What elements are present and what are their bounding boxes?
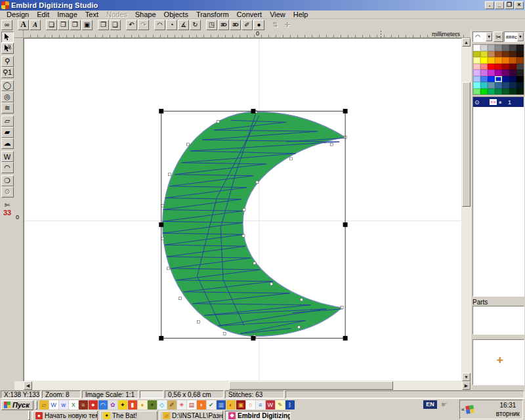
- quicklaunch-icon[interactable]: ✳: [177, 400, 186, 410]
- palette-color[interactable]: [495, 45, 502, 51]
- menu-help[interactable]: Help: [289, 10, 312, 18]
- palette-color[interactable]: [516, 57, 524, 64]
- quicklaunch-icon[interactable]: ▱: [39, 400, 49, 410]
- outline-node[interactable]: [197, 321, 200, 324]
- taskbar-window-button[interactable]: ▱D:\INSTALL\Разное\Embird: [159, 411, 223, 420]
- quicklaunch-icon[interactable]: ᛒ: [285, 400, 295, 410]
- palette-color[interactable]: [502, 76, 509, 83]
- palette-color[interactable]: [480, 76, 488, 83]
- chevron-down-icon[interactable]: ▼: [517, 32, 524, 41]
- gauge-icon[interactable]: ◔: [166, 20, 177, 30]
- quicklaunch-icon[interactable]: ✿: [108, 400, 117, 410]
- quicklaunch-icon[interactable]: ▤: [187, 400, 196, 410]
- selection-handle[interactable]: [343, 109, 348, 114]
- quicklaunch-icon[interactable]: ✦: [118, 400, 127, 410]
- palette-color[interactable]: [480, 70, 488, 76]
- curve-tool-icon[interactable]: ◠: [154, 20, 165, 30]
- restore-button[interactable]: ❐: [505, 1, 514, 9]
- scroll-down-button[interactable]: ▼: [462, 373, 471, 381]
- quicklaunch-icon[interactable]: ✎: [276, 400, 285, 410]
- palette-color[interactable]: [473, 70, 480, 76]
- fill-shape-tool[interactable]: ◯: [1, 80, 14, 91]
- palette-color[interactable]: [488, 57, 495, 64]
- palette-color[interactable]: [488, 51, 495, 58]
- palette-color[interactable]: [495, 89, 502, 95]
- outline-node[interactable]: [270, 283, 273, 285]
- outline-node[interactable]: [243, 209, 245, 211]
- palette-color[interactable]: [473, 45, 480, 51]
- close-button[interactable]: ×: [514, 1, 524, 9]
- menu-convert[interactable]: Convert: [233, 10, 266, 18]
- layer-list[interactable]: ⊙ ☾ ✕✕ ● 1: [472, 96, 524, 297]
- rotate-icon[interactable]: ↻: [190, 20, 201, 30]
- palette-color[interactable]: [516, 89, 524, 95]
- angle-icon[interactable]: ∡: [178, 20, 189, 30]
- palette-color[interactable]: [495, 57, 502, 64]
- selection-handle[interactable]: [343, 336, 348, 341]
- wand-icon[interactable]: ✐: [242, 20, 253, 30]
- hand-icon[interactable]: ☛: [441, 400, 448, 409]
- palette-color[interactable]: [488, 82, 495, 89]
- new-file-icon[interactable]: ❏: [46, 20, 57, 30]
- palette-color[interactable]: [509, 64, 516, 70]
- palette-color[interactable]: [473, 89, 480, 95]
- quicklaunch-icon[interactable]: ○: [246, 400, 255, 410]
- tray-clock[interactable]: 16:31: [496, 401, 520, 410]
- toolbar-grip[interactable]: [35, 400, 37, 410]
- palette-color[interactable]: [473, 82, 480, 89]
- arc-tool[interactable]: ◠: [1, 162, 14, 173]
- palette-color[interactable]: [516, 70, 524, 76]
- quicklaunch-icon[interactable]: W: [49, 400, 58, 410]
- start-button[interactable]: Пуск: [1, 400, 33, 410]
- palette-color[interactable]: [509, 76, 516, 83]
- menu-objects[interactable]: Objects: [160, 10, 192, 18]
- scroll-right-button[interactable]: ▶: [462, 381, 471, 390]
- palette-color[interactable]: [502, 70, 509, 76]
- outline-node[interactable]: [330, 143, 333, 146]
- column-tool[interactable]: ▱: [1, 116, 14, 127]
- quicklaunch-icon[interactable]: ●: [89, 400, 98, 410]
- outline-node[interactable]: [341, 306, 343, 309]
- selection-handle[interactable]: [251, 336, 255, 341]
- quicklaunch-icon[interactable]: ◇: [158, 400, 167, 410]
- outline-node[interactable]: [253, 262, 256, 264]
- minimize-button[interactable]: _: [495, 1, 504, 9]
- manual-stitch-tool[interactable]: W: [1, 151, 14, 162]
- zoom-tool[interactable]: ⚲: [1, 56, 14, 67]
- palette-color[interactable]: [480, 45, 488, 51]
- menu-shape[interactable]: Shape: [131, 10, 160, 18]
- outline-node[interactable]: [300, 299, 303, 301]
- palette-color[interactable]: [495, 64, 502, 70]
- selection-handle[interactable]: [251, 109, 255, 114]
- fill-hole-tool[interactable]: ◎: [1, 91, 14, 102]
- view-3d-icon[interactable]: 3D: [218, 20, 229, 30]
- outline-node[interactable]: [256, 181, 259, 184]
- palette-color[interactable]: [480, 51, 488, 58]
- complex-fill-tool[interactable]: ☁: [1, 138, 14, 149]
- quicklaunch-icon[interactable]: ≡: [256, 400, 265, 410]
- palette-color[interactable]: [509, 45, 516, 51]
- lettering-icon[interactable]: A: [18, 20, 29, 30]
- quicklaunch-icon[interactable]: ♦: [138, 400, 147, 410]
- scrollbar-thumb[interactable]: [229, 381, 393, 390]
- quicklaunch-icon[interactable]: X: [69, 400, 78, 410]
- palette-color[interactable]: [509, 82, 516, 89]
- scroll-left-button[interactable]: ◀: [24, 381, 32, 390]
- crescent-shape[interactable]: [163, 112, 345, 336]
- palette-color[interactable]: [473, 57, 480, 64]
- sfumato-tool[interactable]: ❍: [1, 175, 14, 186]
- menu-design[interactable]: Design: [3, 10, 33, 18]
- save-file-icon[interactable]: ▣: [81, 20, 93, 30]
- palette-color[interactable]: [473, 51, 480, 58]
- palette-color[interactable]: [502, 51, 509, 58]
- quicklaunch-icon[interactable]: ◗: [197, 400, 206, 410]
- outline-node[interactable]: [242, 234, 245, 237]
- outline-node[interactable]: [179, 297, 182, 300]
- quicklaunch-icon[interactable]: ◐: [226, 400, 236, 410]
- undo-icon[interactable]: ↶: [126, 20, 137, 30]
- quicklaunch-icon[interactable]: ◠: [98, 400, 108, 410]
- outline-node[interactable]: [217, 120, 219, 123]
- palette-color[interactable]: [516, 64, 524, 70]
- palette-color[interactable]: [509, 51, 516, 58]
- quicklaunch-icon[interactable]: ✔: [207, 400, 216, 410]
